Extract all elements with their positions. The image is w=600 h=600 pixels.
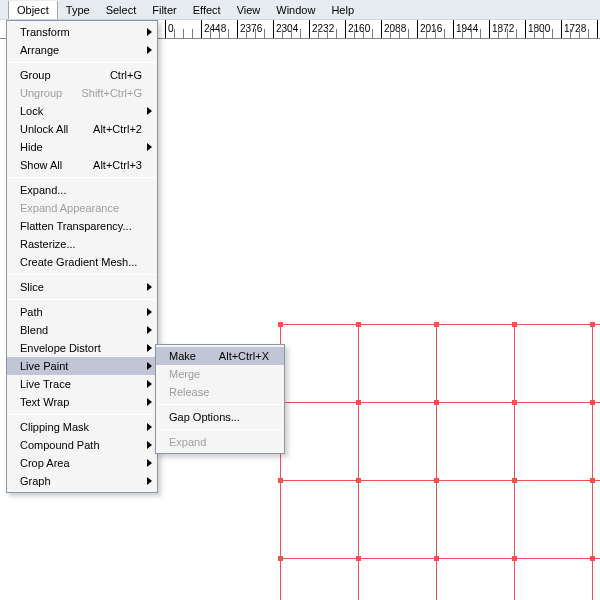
object-menu-item-live-paint[interactable]: Live Paint: [7, 357, 157, 375]
object-menu-item-flatten-transparency[interactable]: Flatten Transparency...: [7, 217, 157, 235]
live-paint-item-release: Release: [156, 383, 284, 401]
object-menu-item-ungroup: UngroupShift+Ctrl+G: [7, 84, 157, 102]
object-menu-item-crop-area[interactable]: Crop Area: [7, 454, 157, 472]
object-menu-item-arrange[interactable]: Arrange: [7, 41, 157, 59]
ruler-minor-tick: [507, 29, 508, 39]
menu-separator: [8, 299, 156, 300]
object-menu-item-lock[interactable]: Lock: [7, 102, 157, 120]
menu-separator: [8, 177, 156, 178]
object-menu-item-create-gradient-mesh[interactable]: Create Gradient Mesh...: [7, 253, 157, 271]
menu-separator: [8, 414, 156, 415]
grid-anchor: [434, 400, 439, 405]
ruler-tick: 2304: [273, 20, 274, 39]
ruler-minor-tick: [255, 29, 256, 39]
submenu-arrow-icon: [147, 143, 153, 151]
object-menu-item-unlock-all[interactable]: Unlock AllAlt+Ctrl+2: [7, 120, 157, 138]
submenu-arrow-icon: [147, 398, 153, 406]
menu-item-label: Flatten Transparency...: [20, 220, 132, 232]
menu-item-label: Compound Path: [20, 439, 100, 451]
ruler-minor-tick: [228, 29, 229, 39]
ruler-label: 1944: [456, 23, 478, 34]
live-paint-item-make[interactable]: MakeAlt+Ctrl+X: [156, 347, 284, 365]
grid-anchor: [278, 322, 283, 327]
menubar-item-filter[interactable]: Filter: [144, 1, 184, 19]
ruler-tick: 1800: [525, 20, 526, 39]
menubar-item-effect[interactable]: Effect: [185, 1, 229, 19]
object-menu-item-graph[interactable]: Graph: [7, 472, 157, 490]
object-menu-item-clipping-mask[interactable]: Clipping Mask: [7, 418, 157, 436]
ruler-tick: 1944: [453, 20, 454, 39]
live-paint-item-gap-options[interactable]: Gap Options...: [156, 408, 284, 426]
object-menu-item-expand[interactable]: Expand...: [7, 181, 157, 199]
menubar-item-object[interactable]: Object: [8, 1, 58, 19]
submenu-arrow-icon: [147, 380, 153, 388]
ruler-minor-tick: [300, 29, 301, 39]
object-menu-item-slice[interactable]: Slice: [7, 278, 157, 296]
menu-item-label: Expand Appearance: [20, 202, 119, 214]
menu-item-shortcut: Alt+Ctrl+X: [219, 350, 269, 362]
ruler-label: 2232: [312, 23, 334, 34]
object-menu-item-blend[interactable]: Blend: [7, 321, 157, 339]
menu-item-label: Lock: [20, 105, 43, 117]
menu-item-label: Rasterize...: [20, 238, 76, 250]
menu-separator: [8, 62, 156, 63]
ruler-minor-tick: [435, 29, 436, 39]
ruler-minor-tick: [534, 29, 535, 39]
ruler-label: 1800: [528, 23, 550, 34]
grid-line: [280, 558, 600, 559]
menu-item-label: Clipping Mask: [20, 421, 89, 433]
object-menu-item-compound-path[interactable]: Compound Path: [7, 436, 157, 454]
object-menu-item-transform[interactable]: Transform: [7, 23, 157, 41]
menubar-item-window[interactable]: Window: [268, 1, 323, 19]
ruler-minor-tick: [552, 29, 553, 39]
ruler-label: 2160: [348, 23, 370, 34]
menu-item-label: Slice: [20, 281, 44, 293]
ruler-minor-tick: [444, 29, 445, 39]
ruler-label: 1728: [564, 23, 586, 34]
submenu-arrow-icon: [147, 459, 153, 467]
object-menu-item-hide[interactable]: Hide: [7, 138, 157, 156]
menu-item-label: Make: [169, 350, 196, 362]
grid-anchor: [590, 478, 595, 483]
menubar-item-select[interactable]: Select: [98, 1, 145, 19]
ruler-label: 2088: [384, 23, 406, 34]
object-menu-item-text-wrap[interactable]: Text Wrap: [7, 393, 157, 411]
object-menu-item-rasterize[interactable]: Rasterize...: [7, 235, 157, 253]
submenu-arrow-icon: [147, 362, 153, 370]
submenu-arrow-icon: [147, 477, 153, 485]
grid-anchor: [278, 478, 283, 483]
ruler-minor-tick: [480, 29, 481, 39]
ruler-tick: 1728: [561, 20, 562, 39]
object-menu-item-show-all[interactable]: Show AllAlt+Ctrl+3: [7, 156, 157, 174]
ruler-minor-tick: [426, 29, 427, 39]
submenu-arrow-icon: [147, 107, 153, 115]
submenu-arrow-icon: [147, 441, 153, 449]
live-paint-item-expand: Expand: [156, 433, 284, 451]
menubar: ObjectTypeSelectFilterEffectViewWindowHe…: [0, 0, 600, 20]
menubar-item-view[interactable]: View: [229, 1, 269, 19]
object-menu-item-live-trace[interactable]: Live Trace: [7, 375, 157, 393]
ruler-minor-tick: [354, 29, 355, 39]
ruler-tick: 2088: [381, 20, 382, 39]
object-menu-item-path[interactable]: Path: [7, 303, 157, 321]
menu-item-label: Merge: [169, 368, 200, 380]
menu-item-shortcut: Shift+Ctrl+G: [81, 87, 142, 99]
menu-separator: [8, 274, 156, 275]
object-menu-item-envelope-distort[interactable]: Envelope Distort: [7, 339, 157, 357]
ruler-minor-tick: [219, 29, 220, 39]
grid-anchor: [434, 556, 439, 561]
menubar-item-help[interactable]: Help: [323, 1, 362, 19]
menubar-item-type[interactable]: Type: [58, 1, 98, 19]
grid-anchor: [512, 322, 517, 327]
object-menu-item-group[interactable]: GroupCtrl+G: [7, 66, 157, 84]
ruler-minor-tick: [291, 29, 292, 39]
grid-anchor: [356, 556, 361, 561]
ruler-tick: 2016: [417, 20, 418, 39]
submenu-arrow-icon: [147, 46, 153, 54]
submenu-arrow-icon: [147, 308, 153, 316]
grid-anchor: [590, 322, 595, 327]
ruler-minor-tick: [570, 29, 571, 39]
menu-item-label: Graph: [20, 475, 51, 487]
menu-item-label: Create Gradient Mesh...: [20, 256, 137, 268]
grid-anchor: [512, 400, 517, 405]
